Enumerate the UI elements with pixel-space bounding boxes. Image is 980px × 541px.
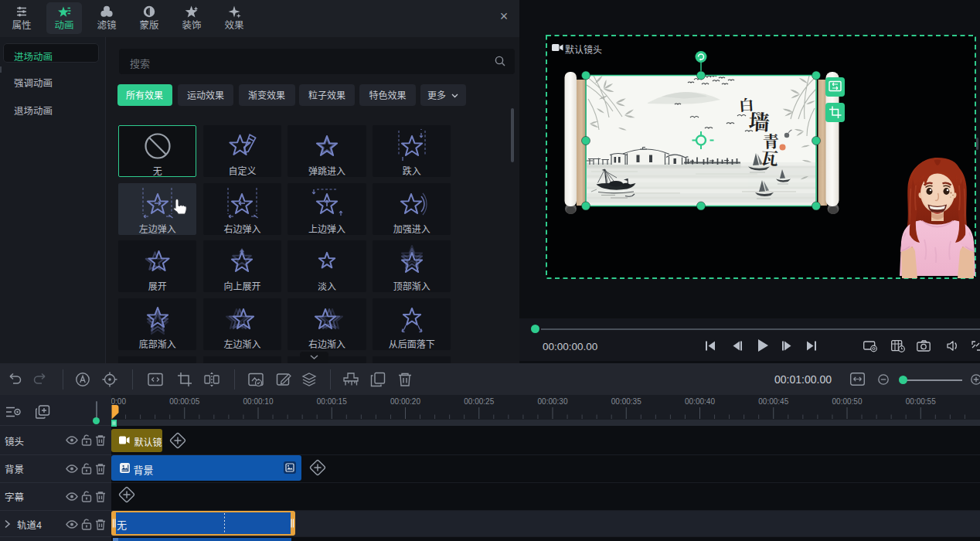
svg-text:瓦: 瓦 [761, 145, 779, 169]
